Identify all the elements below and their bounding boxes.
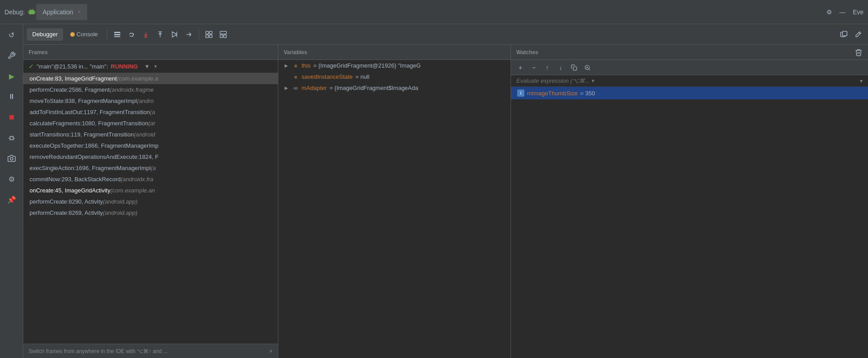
- main-layout: ↺ ▶ ⏸ ⏹ ⚙ 📌 Debugger: [0, 24, 868, 358]
- frames-list-icon[interactable]: [111, 28, 123, 41]
- svg-rect-18: [206, 31, 208, 34]
- svg-rect-22: [220, 31, 226, 34]
- thread-status: RUNNING: [111, 63, 138, 70]
- thread-name: "main"@21,536 in... "main":: [37, 63, 108, 70]
- up-watch-btn[interactable]: ↑: [541, 62, 553, 73]
- frame-item[interactable]: performCreate:8290, Activity (android.ap…: [23, 196, 278, 207]
- frame-item[interactable]: executeOpsTogether:1866, FragmentManager…: [23, 140, 278, 151]
- svg-rect-23: [220, 35, 223, 38]
- play-icon[interactable]: ▶: [4, 69, 19, 83]
- var-type-icon-this: ≡: [293, 63, 299, 68]
- step-out-icon[interactable]: [154, 28, 166, 41]
- pause-icon[interactable]: ⏸: [4, 90, 19, 104]
- camera-icon[interactable]: [4, 151, 19, 166]
- thread-row[interactable]: ✓ "main"@21,536 in... "main": RUNNING ▼ …: [23, 60, 278, 73]
- minimize-icon[interactable]: —: [839, 9, 846, 16]
- frame-item[interactable]: addToFirstInLastOut:1197, FragmentTransi…: [23, 107, 278, 118]
- frame-item[interactable]: onCreate:45, ImageGridActivity (com.exam…: [23, 185, 278, 196]
- step-into-icon[interactable]: [140, 28, 152, 41]
- bug-icon[interactable]: [4, 131, 19, 145]
- delete-watches-icon[interactable]: [855, 48, 863, 56]
- watch-item-mImageThumbSize[interactable]: i mImageThumbSize = 350: [511, 87, 868, 99]
- app-tab-close[interactable]: ×: [78, 9, 81, 15]
- watches-header: Watches: [511, 45, 868, 60]
- svg-point-7: [10, 158, 13, 160]
- event-log-label[interactable]: Eve: [853, 9, 864, 16]
- evaluate-expand-btn[interactable]: ▾: [860, 78, 863, 84]
- bottom-bar: Switch frames from anywhere in the IDE w…: [23, 344, 278, 358]
- frame-item[interactable]: commitNow:293, BackStackRecord (androidx…: [23, 174, 278, 185]
- var-item-mAdapter[interactable]: ▶ ∞ mAdapter = {ImageGridFragment$ImageA…: [278, 82, 511, 94]
- svg-rect-21: [209, 35, 212, 38]
- left-sidebar: ↺ ▶ ⏸ ⏹ ⚙ 📌: [0, 24, 23, 358]
- watch-type-icon: i: [517, 90, 524, 97]
- refresh-icon[interactable]: ↺: [4, 28, 19, 42]
- content-area: Debugger Console: [23, 24, 868, 358]
- android-icon: [27, 8, 36, 17]
- frame-item[interactable]: execSingleAction:1696, FragmentManagerIm…: [23, 162, 278, 174]
- app-tab-name: Application: [43, 9, 73, 16]
- force-run-icon[interactable]: [183, 28, 195, 41]
- down-watch-btn[interactable]: ↓: [555, 62, 566, 73]
- layout-view-icon[interactable]: [217, 28, 230, 41]
- app-tab[interactable]: Application ×: [36, 4, 87, 20]
- expand-arrow-this[interactable]: ▶: [285, 63, 290, 68]
- run-to-cursor-icon[interactable]: [168, 28, 181, 41]
- watches-toolbar: + − ↑ ↓: [511, 60, 868, 75]
- add-watch-btn[interactable]: +: [515, 62, 526, 73]
- frame-item[interactable]: performCreate:2586, Fragment (androidx.f…: [23, 84, 278, 95]
- svg-point-6: [10, 136, 13, 140]
- frame-item[interactable]: startTransitions:119, FragmentTransition…: [23, 129, 278, 140]
- grid-view-icon[interactable]: [203, 28, 215, 41]
- frames-list: onCreate:83, ImageGridFragment (com.exam…: [23, 73, 278, 344]
- svg-rect-26: [842, 31, 847, 36]
- var-item-this[interactable]: ▶ ≡ this = {ImageGridFragment@21926} "Im…: [278, 60, 511, 71]
- copy-watch-btn[interactable]: [568, 62, 580, 73]
- evaluate-row[interactable]: ▾: [511, 75, 868, 87]
- settings-side-icon[interactable]: ⚙: [4, 172, 19, 186]
- frame-item[interactable]: onCreate:83, ImageGridFragment (com.exam…: [23, 73, 278, 84]
- bottom-bar-close[interactable]: ×: [269, 348, 272, 354]
- bottom-bar-text: Switch frames from anywhere in the IDE w…: [29, 348, 168, 354]
- expand-arrow-mAdapter[interactable]: ▶: [285, 85, 290, 90]
- toolbar-sep-2: [199, 29, 199, 40]
- dropdown-arrow[interactable]: ▾: [154, 64, 157, 69]
- stop-icon[interactable]: ⏹: [4, 110, 19, 124]
- frame-item[interactable]: removeRedundantOperationsAndExecute:1824…: [23, 151, 278, 162]
- toolbar-sep-1: [107, 29, 107, 40]
- frame-item[interactable]: performCreate:8269, Activity (android.ap…: [23, 207, 278, 218]
- inspect-watch-btn[interactable]: [582, 62, 593, 73]
- remove-watch-btn[interactable]: −: [528, 62, 540, 73]
- variables-header: Variables: [278, 45, 511, 60]
- variables-panel: Variables ▶ ≡ this = {ImageGridFragment@…: [278, 45, 511, 358]
- svg-rect-10: [114, 36, 120, 37]
- settings-top-icon[interactable]: ⚙: [826, 9, 832, 16]
- variables-list: ▶ ≡ this = {ImageGridFragment@21926} "Im…: [278, 60, 511, 358]
- svg-line-3: [34, 11, 35, 13]
- frame-item[interactable]: moveToState:838, FragmentManagerImpl (an…: [23, 95, 278, 107]
- check-icon: ✓: [29, 63, 34, 70]
- frame-item[interactable]: calculateFragments:1080, FragmentTransit…: [23, 118, 278, 129]
- wrench-icon[interactable]: [4, 48, 19, 63]
- top-right-icons: ⚙ — Eve: [826, 9, 864, 16]
- svg-rect-9: [114, 34, 120, 35]
- step-over-icon[interactable]: [125, 28, 138, 41]
- edit-panel-icon[interactable]: [852, 28, 864, 41]
- svg-rect-28: [573, 67, 577, 70]
- restore-panel-icon[interactable]: [838, 28, 850, 41]
- frames-header: Frames: [23, 45, 278, 60]
- debug-label: Debug:: [4, 9, 25, 16]
- evaluate-input[interactable]: [516, 77, 860, 84]
- console-badge: [70, 32, 75, 37]
- top-bar: Debug: Application × ⚙ — Eve: [0, 0, 868, 24]
- svg-line-30: [589, 68, 590, 70]
- svg-line-2: [29, 11, 30, 13]
- pin-icon[interactable]: 📌: [4, 192, 19, 207]
- tab-console[interactable]: Console: [65, 28, 103, 41]
- svg-rect-20: [206, 35, 208, 38]
- filter-icon[interactable]: ▼: [144, 63, 150, 70]
- frames-panel: Frames ✓ "main"@21,536 in... "main": RUN…: [23, 45, 278, 358]
- tab-debugger[interactable]: Debugger: [27, 28, 63, 41]
- var-item-savedInstanceState[interactable]: ▶ ≡ savedInstanceState = null: [278, 71, 511, 82]
- watches-panel: Watches + − ↑ ↓: [511, 45, 868, 358]
